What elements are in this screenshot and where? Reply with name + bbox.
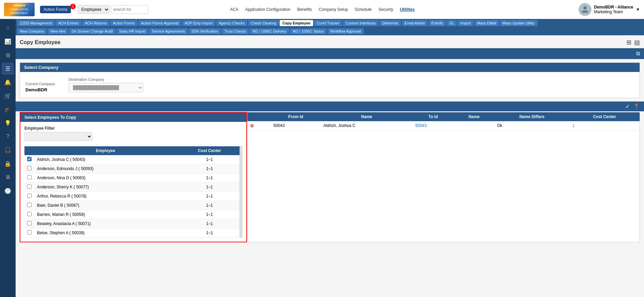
tab-saas-hr-import[interactable]: Saas HR Import — [116, 28, 148, 34]
tab-w2-delivery[interactable]: W2 / 1095C Delivery — [250, 28, 289, 34]
tab-action-forms-approval[interactable]: Action Forms Approval — [138, 20, 182, 26]
tab-12dd[interactable]: 12DD Management — [17, 20, 55, 26]
menu-utilities[interactable]: Utilities — [400, 7, 415, 12]
tab-ssn-verification[interactable]: SSN Verification — [189, 28, 221, 34]
employee-checkbox[interactable] — [27, 230, 32, 235]
sidebar-question-icon[interactable]: ? — [2, 130, 14, 143]
sidebar-table-icon[interactable]: ☰ — [2, 62, 14, 75]
employee-checkbox[interactable] — [27, 157, 32, 161]
result-cost-center-link[interactable]: 1 — [572, 123, 574, 128]
copy-icon[interactable]: ⧉ — [636, 51, 640, 57]
menu-company-setup[interactable]: Company Setup — [319, 7, 348, 12]
sidebar-cart-icon[interactable]: 🛒 — [2, 90, 14, 102]
tab-mass-email[interactable]: Mass EMail — [474, 20, 499, 26]
employee-row: Anderson, Sherry K ( 50077)1–1 — [24, 183, 242, 192]
employee-checkbox[interactable] — [27, 203, 32, 207]
tab-ach-returns[interactable]: ACH Returns — [82, 20, 110, 26]
tab-agency-checks[interactable]: Agency Checks — [216, 20, 247, 26]
employee-row: Anderson, Edmundo J ( 50093)1–1 — [24, 164, 242, 173]
tab-mass-update[interactable]: Mass Update Utility — [500, 20, 537, 26]
tab-import[interactable]: Import — [458, 20, 474, 26]
tab-on-screen-change[interactable]: On Screen Change Audit — [69, 28, 116, 34]
result-cost-center[interactable]: 1 — [569, 121, 640, 130]
action-bar-2: ✓ 📍 — [16, 101, 644, 111]
tab-check-clearing[interactable]: Check Clearing — [248, 20, 279, 26]
alliance-logo: AllianceHUMAN CAPITAL MANAGEMENT — [4, 3, 35, 16]
tab-everify[interactable]: EVerify — [429, 20, 446, 26]
remove-icon[interactable]: ⊗ — [250, 123, 254, 128]
sidebar-headset-icon[interactable]: 🎧 — [2, 144, 14, 156]
sidebar-bulb-icon[interactable]: 💡 — [2, 117, 14, 129]
sidebar-chart-icon[interactable]: 📊 — [2, 35, 14, 48]
sidebar-monitor-icon[interactable]: 🖥 — [2, 171, 14, 183]
tab-deliveries[interactable]: Deliveries — [379, 20, 401, 26]
employee-checkbox-cell[interactable] — [24, 228, 34, 238]
tab-new-company[interactable]: New Company — [17, 28, 47, 34]
employee-checkbox-cell[interactable] — [24, 173, 34, 183]
tab-w2-status[interactable]: W2 / 1095C Status — [290, 28, 327, 34]
sidebar-grid-icon[interactable]: ⊞ — [2, 49, 14, 61]
sidebar-clock-icon[interactable]: 🕐 — [2, 185, 14, 197]
employee-checkbox[interactable] — [27, 212, 32, 216]
employee-checkbox-cell[interactable] — [24, 219, 34, 228]
tab-adp-emp-import[interactable]: ADP Emp Import — [182, 20, 215, 26]
employee-checkbox-cell[interactable] — [24, 210, 34, 219]
search-input[interactable] — [111, 5, 148, 14]
employee-checkbox-cell[interactable] — [24, 155, 34, 164]
menu-aca[interactable]: ACA — [230, 7, 239, 12]
employee-checkbox-cell[interactable] — [24, 201, 34, 210]
tab-service-agreements[interactable]: Service Agreements — [149, 28, 188, 34]
menu-app-config[interactable]: Application Configuration — [245, 7, 290, 12]
destination-company-select[interactable]: ████████████████ — [69, 83, 143, 92]
sidebar-home-icon[interactable]: ⌂ — [2, 22, 14, 34]
table-scrollbar[interactable] — [240, 146, 242, 238]
employee-checkbox[interactable] — [27, 221, 32, 225]
col-to-name: Name — [454, 112, 494, 121]
tab-custom-interfaces[interactable]: Custom Interfaces — [343, 20, 379, 26]
sidebar-bell-icon[interactable]: 🔔 — [2, 76, 14, 88]
employee-row: Baer, Daniel B ( 50067)1–1 — [24, 201, 242, 210]
toolbar-icons: ⊞ ▤ — [626, 39, 640, 46]
tab-copy-employee[interactable]: Copy Employee — [280, 20, 313, 26]
tab-action-forms[interactable]: Action Forms — [110, 20, 138, 26]
employee-checkbox-cell[interactable] — [24, 192, 34, 201]
employee-checkbox[interactable] — [27, 184, 32, 189]
tab-gl[interactable]: GL — [447, 20, 457, 26]
tab-workflow-approval[interactable]: Workflow Approval — [327, 28, 364, 34]
current-company-field: Current Company DemoBDR — [25, 82, 55, 92]
grid-view-icon[interactable]: ⊞ — [626, 39, 631, 46]
employee-filter-select[interactable] — [24, 132, 92, 141]
confirm-button[interactable]: ✓ — [625, 103, 630, 110]
remove-cell[interactable]: ⊗ — [247, 121, 271, 130]
menu-benefits[interactable]: Benefits — [297, 7, 312, 12]
list-view-icon[interactable]: ▤ — [634, 39, 640, 46]
menu-schedule[interactable]: Schedule — [355, 7, 372, 12]
tab-new-hire[interactable]: New Hire — [48, 28, 68, 34]
user-dropdown-icon[interactable]: ▼ — [636, 7, 640, 12]
employee-checkbox[interactable] — [27, 193, 32, 198]
employee-name: Barnes, Marian R ( 50058) — [34, 210, 177, 219]
tab-covid-tracker[interactable]: Covid Tracker — [314, 20, 342, 26]
menu-security[interactable]: Security — [378, 7, 393, 12]
tab-ach-entries[interactable]: ACH Entries — [55, 20, 81, 26]
employee-checkbox-cell[interactable] — [24, 164, 34, 173]
employee-row: Aldrich, Joshua C ( 50043)1–1 — [24, 155, 242, 164]
pin-button[interactable]: 📍 — [633, 103, 640, 110]
employee-checkbox[interactable] — [27, 166, 32, 170]
page-title: Copy Employee — [20, 39, 60, 45]
tab-bar-row1: 12DD Management ACH Entries ACH Returns … — [16, 19, 644, 27]
user-icon — [581, 5, 589, 14]
employee-filter-label: Employee Filter — [24, 126, 242, 131]
tab-trust-checks[interactable]: Trust Checks — [222, 28, 249, 34]
action-forms-button[interactable]: Action Forms — [40, 6, 71, 13]
result-to-id[interactable]: 50043 — [413, 121, 454, 130]
employee-checkbox-cell[interactable] — [24, 183, 34, 192]
search-dropdown[interactable]: Employees — [78, 5, 110, 14]
sidebar-lock-icon[interactable]: 🔒 — [2, 157, 14, 170]
sidebar-graduation-icon[interactable]: 🎓 — [2, 103, 14, 115]
employee-cost-center: 1–1 — [177, 183, 242, 192]
result-to-id-link[interactable]: 50043 — [415, 123, 427, 128]
user-team: Marketing Team — [594, 10, 633, 14]
tab-email-admin[interactable]: Email Admin — [402, 20, 428, 26]
employee-checkbox[interactable] — [27, 175, 32, 180]
